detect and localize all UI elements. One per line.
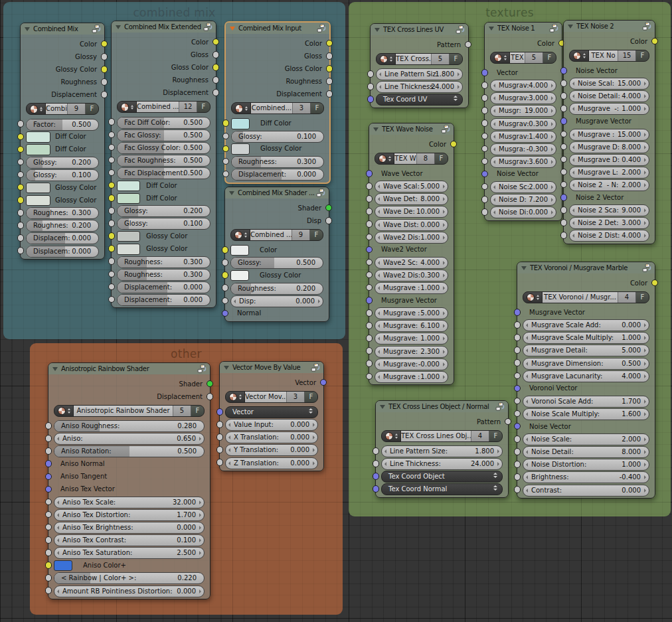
decrement-arrow-icon[interactable] <box>384 449 386 453</box>
input-socket-grey[interactable] <box>514 410 521 418</box>
color-swatch[interactable] <box>117 181 140 192</box>
input-socket-grey[interactable] <box>366 208 373 215</box>
value-slider[interactable]: Displacement:0.000 <box>231 169 324 181</box>
decrement-arrow-icon[interactable] <box>526 362 528 366</box>
output-socket-grey[interactable] <box>326 78 333 85</box>
input-socket-yellow[interactable] <box>17 146 25 153</box>
increment-arrow-icon[interactable] <box>443 236 445 240</box>
node-combined-mix-extended[interactable]: Combined Mix ExtendedColorGlossGloss Col… <box>111 21 216 308</box>
input-socket-grey[interactable] <box>481 82 489 89</box>
number-field[interactable]: Noise Scale:2.000 <box>523 433 649 445</box>
decrement-arrow-icon[interactable] <box>572 158 574 162</box>
number-field[interactable]: Musgrave:1.000 <box>375 333 448 345</box>
decrement-arrow-icon[interactable] <box>57 501 59 505</box>
input-socket-grey[interactable] <box>45 499 52 506</box>
decrement-arrow-icon[interactable] <box>526 400 528 404</box>
input-socket-grey[interactable] <box>222 133 230 140</box>
input-socket-grey[interactable] <box>366 347 373 354</box>
increment-arrow-icon[interactable] <box>443 286 445 290</box>
input-socket-grey[interactable] <box>373 460 380 467</box>
input-socket-grey[interactable] <box>560 156 568 163</box>
node-header[interactable]: Anisotropic Rainbow Shader <box>48 363 210 374</box>
increment-arrow-icon[interactable] <box>443 375 445 379</box>
input-socket-purple[interactable] <box>216 408 224 416</box>
input-socket-grey[interactable] <box>560 80 568 87</box>
input-socket-grey[interactable] <box>560 131 568 138</box>
number-field[interactable]: Musgrave Dimension:0.500 <box>523 358 649 370</box>
input-socket-yellow[interactable] <box>17 184 25 191</box>
input-socket-purple[interactable] <box>560 67 568 74</box>
output-socket-grey[interactable] <box>212 89 220 96</box>
input-socket-grey[interactable] <box>222 158 230 165</box>
number-field[interactable]: Musgrave:2.300 <box>375 346 448 358</box>
input-socket-yellow[interactable] <box>17 196 25 204</box>
collapse-triangle-icon[interactable] <box>489 27 494 31</box>
group-selector-widget[interactable]: Combined ...9F <box>230 229 323 241</box>
value-slider[interactable]: Displacement:0.000 <box>117 294 210 306</box>
group-selector-widget[interactable]: TEX5F <box>490 52 556 64</box>
increment-arrow-icon[interactable] <box>644 107 646 111</box>
increment-arrow-icon[interactable] <box>551 160 553 164</box>
input-socket-grey[interactable] <box>366 309 373 317</box>
decrement-arrow-icon[interactable] <box>378 350 380 354</box>
group-users-count[interactable]: 8 <box>417 153 435 164</box>
increment-arrow-icon[interactable] <box>644 362 646 366</box>
fake-user-button[interactable]: F <box>435 153 448 164</box>
value-slider[interactable]: Roughness:0.300 <box>231 156 324 168</box>
input-socket-grey[interactable] <box>560 169 568 176</box>
decrement-arrow-icon[interactable] <box>493 185 495 189</box>
group-users-count[interactable]: 4 <box>471 431 489 441</box>
decrement-arrow-icon[interactable] <box>493 198 495 202</box>
increment-arrow-icon[interactable] <box>443 273 445 277</box>
collapse-triangle-icon[interactable] <box>568 25 573 29</box>
increment-arrow-icon[interactable] <box>443 362 445 366</box>
group-selector-widget[interactable]: Anisotropic Rainbow Shader5F <box>54 405 205 417</box>
input-socket-grey[interactable] <box>366 272 373 279</box>
group-selector-widget[interactable]: TEX Cross...5F <box>376 53 463 65</box>
collapse-triangle-icon[interactable] <box>25 27 30 31</box>
number-field[interactable]: Disp:0.000 <box>230 295 323 307</box>
input-socket-grey[interactable] <box>560 232 568 239</box>
output-socket-yellow[interactable] <box>101 66 108 73</box>
increment-arrow-icon[interactable] <box>644 82 646 86</box>
node-combined-mix-input[interactable]: Combined Mix InputColorGlossGloss ColorR… <box>224 21 331 184</box>
increment-arrow-icon[interactable] <box>199 538 201 542</box>
browse-group-button[interactable] <box>382 431 401 441</box>
input-socket-purple[interactable] <box>481 171 489 178</box>
increment-arrow-icon[interactable] <box>551 96 553 100</box>
value-slider[interactable]: Fac Displacement:0.500 <box>117 167 210 179</box>
value-slider[interactable]: Glossy:0.100 <box>231 131 324 143</box>
decrement-arrow-icon[interactable] <box>378 273 380 277</box>
increment-arrow-icon[interactable] <box>443 185 445 189</box>
decrement-arrow-icon[interactable] <box>57 513 59 517</box>
number-field[interactable]: Musgrave:-0.000 <box>375 358 448 370</box>
fake-user-button[interactable]: F <box>543 52 556 63</box>
input-socket-grey[interactable] <box>560 105 568 112</box>
decrement-arrow-icon[interactable] <box>57 437 59 441</box>
group-selector-widget[interactable]: TEX No15F <box>569 50 649 62</box>
value-slider[interactable]: Aniso Rotation:0.500 <box>54 445 205 457</box>
group-users-count[interactable]: 9 <box>292 230 310 240</box>
output-socket-grey[interactable] <box>101 91 108 98</box>
decrement-arrow-icon[interactable] <box>228 435 230 439</box>
browse-group-button[interactable] <box>570 50 589 61</box>
browse-group-button[interactable] <box>377 54 396 64</box>
number-field[interactable]: Musgrave Lacunarity:4.000 <box>523 370 649 382</box>
value-slider[interactable]: Fac Glossy:0.500 <box>117 129 210 141</box>
decrement-arrow-icon[interactable] <box>493 109 495 113</box>
input-socket-grey[interactable] <box>216 446 224 453</box>
number-field[interactable]: Noise 2 - N:2.000 <box>569 179 649 191</box>
input-socket-yellow[interactable] <box>222 246 229 254</box>
number-field[interactable]: Musgrav:0.300 <box>490 118 556 130</box>
group-selector-widget[interactable]: TEX W8F <box>375 153 448 165</box>
input-socket-grey[interactable] <box>514 321 521 329</box>
number-field[interactable]: Wave Det:8.000 <box>375 193 448 205</box>
browse-group-button[interactable] <box>232 103 251 114</box>
input-socket-purple[interactable] <box>366 170 373 177</box>
increment-arrow-icon[interactable] <box>458 85 460 89</box>
number-field[interactable]: Wave Dist:0.000 <box>375 219 448 231</box>
node-tex-cross-lines-uv[interactable]: TEX Cross Lines UVPatternTEX Cross...5FL… <box>370 23 469 108</box>
input-socket-yellow[interactable] <box>108 182 116 189</box>
increment-arrow-icon[interactable] <box>644 336 646 340</box>
node-tex-noise-1[interactable]: TEX Noise 1ColorTEX5FVectorMusgrav:4.000… <box>484 22 562 221</box>
